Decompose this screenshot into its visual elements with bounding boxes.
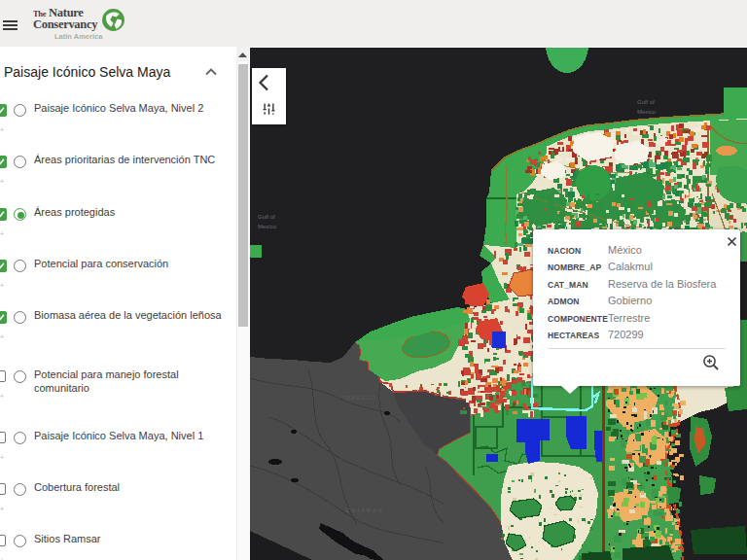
svg-text:Mexico: Mexico [637,109,657,115]
svg-text:TABASCO: TABASCO [342,395,376,401]
svg-text:Gulf of: Gulf of [258,214,275,220]
svg-text:CHIAPAS: CHIAPAS [345,508,384,513]
svg-text:Mexico: Mexico [258,224,277,229]
svg-text:Gulf of: Gulf of [637,99,655,105]
